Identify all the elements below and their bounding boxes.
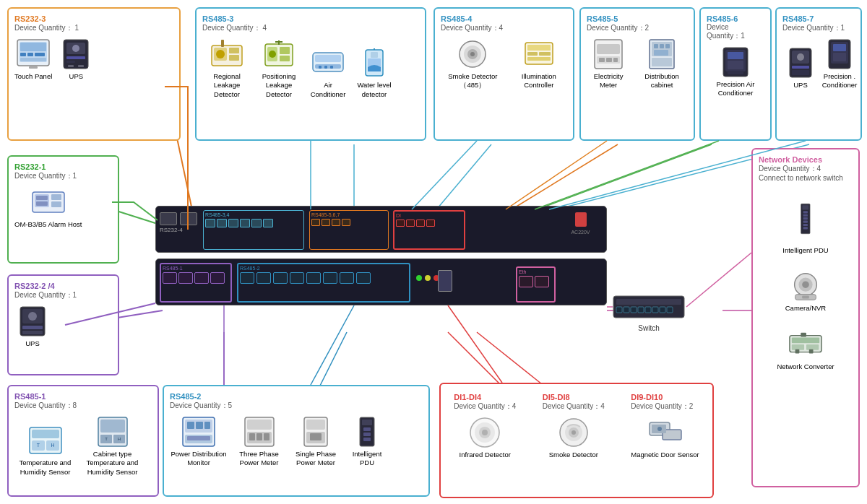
rs485-4-qty: Device Quantity：4 [441, 23, 567, 33]
svg-line-8 [477, 332, 549, 390]
ups-rs232-3-icon [58, 38, 94, 70]
rs485-7-qty: Device Quantity：1 [782, 23, 855, 33]
smoke-di-item: Smoke Detector [543, 416, 605, 459]
illumination-icon [521, 38, 557, 70]
svg-rect-39 [280, 56, 290, 61]
svg-point-55 [470, 52, 475, 56]
network-label: Network Devices [759, 155, 853, 164]
rs485-7-label: RS485-7 [782, 14, 814, 23]
svg-point-24 [72, 45, 79, 52]
svg-rect-77 [728, 61, 743, 69]
svg-rect-78 [728, 71, 743, 74]
door-sensor-item: Magnetic Door Sensor [631, 416, 699, 459]
svg-rect-167 [802, 295, 809, 298]
svg-rect-16 [20, 43, 46, 51]
distribution-cabinet-label: Distribution cabinet [636, 72, 688, 90]
svg-rect-162 [803, 227, 808, 229]
three-phase-label: Three Phase Power Meter [232, 450, 286, 468]
svg-rect-135 [306, 420, 325, 430]
electricity-meter-item: Electricity Meter [587, 38, 630, 90]
cabinet-temp-label: Cabinet type Temperature and Humidity Se… [82, 450, 143, 477]
ups-232-2-item: UPS [14, 305, 51, 348]
rs485-2-label: RS485-2 [170, 392, 201, 401]
rs485-5-devices: Electricity Meter Distribution cabinet [587, 38, 688, 90]
svg-rect-58 [527, 52, 538, 56]
camera-item: Camera/NVR [759, 269, 853, 313]
power-dist-label: Power Distribution Monitor [170, 450, 228, 468]
rs485-6-label: RS485-6 [707, 14, 738, 23]
svg-rect-156 [803, 205, 809, 209]
three-phase-item: Three Phase Power Meter [232, 415, 286, 468]
rs232-2-devices: UPS [14, 305, 112, 348]
svg-point-165 [802, 281, 809, 288]
svg-rect-133 [264, 433, 269, 440]
svg-rect-71 [660, 44, 664, 48]
touch-panel-icon [15, 38, 51, 70]
pdu-net-item: Intelligent PDU [759, 194, 853, 255]
three-phase-icon [241, 415, 277, 448]
rs232-2-box: RS232-2 /4 Device Quantity：1 UPS [7, 274, 119, 375]
svg-text:T: T [36, 443, 40, 448]
svg-rect-33 [229, 55, 239, 61]
water-level-icon [356, 46, 392, 79]
rs232-2-qty: Device Quantity：1 [14, 290, 112, 300]
di5-di8-qty: Device Quantity：4 [543, 401, 605, 412]
svg-rect-34 [221, 40, 224, 47]
network-connect: Connect to network switch [759, 174, 853, 182]
touch-panel-item: Touch Panel [14, 38, 52, 81]
rs232-3-devices: Touch Panel UPS [14, 38, 173, 81]
svg-rect-170 [792, 344, 804, 350]
ups-7-icon [782, 46, 819, 79]
svg-line-7 [448, 332, 506, 390]
pos-leakage-item: Positioning Leakage Detector [254, 38, 303, 99]
svg-rect-90 [51, 194, 61, 200]
svg-rect-169 [792, 338, 819, 344]
rs485-5-qty: Device Quantity：2 [587, 23, 688, 33]
svg-rect-65 [606, 58, 612, 62]
rs232-3-label: RS232-3 [14, 14, 46, 23]
svg-rect-106 [652, 307, 658, 313]
svg-rect-73 [654, 50, 668, 56]
svg-rect-104 [638, 307, 644, 313]
pdu-net-label: Intelligent PDU [782, 246, 828, 255]
single-phase-label: Single Phase Power Meter [290, 450, 341, 468]
svg-rect-26 [66, 61, 75, 63]
svg-line-11 [506, 144, 618, 213]
svg-rect-160 [803, 221, 808, 223]
rs485-4-box: RS485-4 Device Quantity：4 Smoke Detector… [434, 7, 574, 141]
svg-rect-108 [667, 307, 673, 313]
door-sensor-label: Magnetic Door Sensor [631, 451, 699, 459]
infrared-item: Infrared Detector [454, 416, 516, 459]
svg-rect-87 [833, 53, 846, 61]
svg-rect-92 [36, 196, 48, 200]
svg-rect-27 [68, 65, 74, 67]
svg-rect-132 [256, 433, 262, 440]
rs485-4-label: RS485-4 [441, 14, 472, 23]
svg-rect-21 [29, 66, 38, 69]
smoke-di-label: Smoke Detector [549, 451, 598, 459]
ups-232-2-icon [14, 305, 51, 337]
di1-di4-section: DI1-DI4 Device Quantity：4 Infrared D [454, 393, 516, 459]
network-qty: Device Quantity：4 [759, 164, 853, 174]
svg-rect-38 [280, 47, 290, 54]
rs485-7-devices: UPS Precision . Conditioner [782, 38, 855, 90]
di9-di10-label: DI9-DI10 [631, 393, 699, 401]
svg-rect-141 [363, 433, 371, 436]
svg-rect-32 [229, 48, 239, 53]
diagram-container: RS232-3 Device Quantity： 1 [0, 0, 867, 504]
switch-box: Switch [613, 292, 685, 321]
precision-ac-7-icon [821, 38, 858, 70]
infrared-label: Infrared Detector [460, 451, 511, 459]
net-converter-label: Network Converter [777, 362, 834, 371]
svg-rect-28 [78, 65, 84, 67]
air-cond-icon [310, 46, 346, 79]
water-level-label: Water level detector [353, 81, 396, 99]
svg-line-6 [318, 332, 347, 390]
rs232-3-box: RS232-3 Device Quantity： 1 [7, 7, 181, 141]
door-sensor-icon [647, 416, 683, 448]
svg-rect-157 [803, 211, 808, 213]
svg-rect-105 [645, 307, 651, 313]
ups-rs232-3-label: UPS [69, 72, 84, 81]
svg-rect-91 [51, 201, 61, 207]
svg-rect-124 [187, 422, 194, 429]
